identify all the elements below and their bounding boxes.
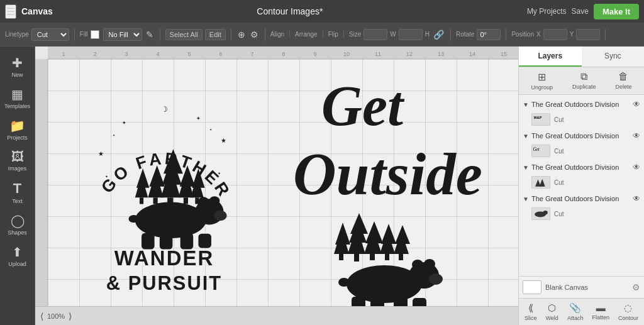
- duplicate-btn[interactable]: ⧉ Duplicate: [572, 71, 596, 91]
- svg-rect-49: [370, 254, 375, 260]
- tab-sync[interactable]: Sync: [582, 47, 645, 67]
- app-title: Canvas: [21, 6, 53, 16]
- contour-btn[interactable]: ◌ Contour: [618, 302, 638, 321]
- svg-rect-55: [399, 254, 403, 260]
- canvas-area[interactable]: 1 2 3 4 5 6 7 8 9 10 11 12 13 14 15 16: [35, 47, 518, 325]
- hamburger-menu[interactable]: ☰: [5, 4, 16, 19]
- design-right[interactable]: Get Outside: [280, 65, 501, 306]
- layer-group-name-2: The Great Outdoors Division: [531, 132, 630, 140]
- layer-group-2: ▼ The Great Outdoors Division 👁 Get Cut: [519, 129, 644, 159]
- sidebar-item-templates[interactable]: ▦ Templates: [2, 83, 33, 113]
- canvas-settings-icon[interactable]: ⚙: [632, 282, 640, 292]
- eye-icon-2[interactable]: 👁: [633, 131, 640, 140]
- lock-aspect-icon[interactable]: 🔗: [432, 28, 445, 41]
- layer-thumb-1: W&P: [531, 113, 550, 126]
- flatten-btn[interactable]: ▬ Flatten: [592, 302, 609, 321]
- svg-marker-51: [381, 224, 396, 244]
- sidebar-item-shapes[interactable]: ◯ Shapes: [2, 209, 33, 240]
- x-label: X: [536, 31, 541, 38]
- eye-icon-1[interactable]: 👁: [633, 100, 640, 109]
- select-all-button[interactable]: Select All: [165, 29, 203, 40]
- eye-icon-3[interactable]: 👁: [633, 163, 640, 172]
- shapes-icon: ◯: [11, 213, 25, 228]
- layer-item-3[interactable]: Cut: [519, 174, 644, 190]
- weld-btn[interactable]: ⬡ Weld: [546, 302, 558, 321]
- delete-icon: 🗑: [618, 71, 628, 82]
- sidebar-item-images[interactable]: 🖼 Images: [2, 146, 33, 175]
- layer-group-name-1: The Great Outdoors Division: [531, 101, 630, 108]
- zoom-in-btn[interactable]: ⟩: [69, 311, 72, 321]
- svg-rect-52: [385, 254, 389, 260]
- width-input[interactable]: [364, 29, 387, 40]
- main-area: ✚ New ▦ Templates 📁 Projects 🖼 Images T …: [0, 47, 644, 325]
- zoom-out-btn[interactable]: ⟨: [40, 311, 43, 321]
- position-group: Position X Y: [511, 29, 606, 40]
- svg-text:✦: ✦: [105, 174, 108, 179]
- layer-group-name-3: The Great Outdoors Division: [531, 163, 630, 171]
- x-input[interactable]: [543, 29, 567, 40]
- delete-btn[interactable]: 🗑 Delete: [615, 71, 631, 91]
- flatten-icon: ▬: [596, 302, 606, 313]
- layer-group-header-1[interactable]: ▼ The Great Outdoors Division 👁: [519, 97, 644, 111]
- linetype-select[interactable]: Cut: [31, 28, 69, 41]
- save-button[interactable]: Save: [572, 7, 589, 16]
- rotate-input[interactable]: [477, 29, 501, 40]
- canvas-color-swatch[interactable]: [523, 280, 541, 294]
- ungroup-icon: ⊞: [538, 71, 546, 83]
- align-label: Align: [270, 31, 284, 38]
- linetype-group: Linetype Cut: [5, 28, 75, 41]
- layer-group-header-4[interactable]: ▼ The Great Outdoors Division 👁: [519, 192, 644, 206]
- sidebar-item-new[interactable]: ✚ New: [2, 52, 33, 82]
- svg-rect-42: [339, 254, 343, 260]
- svg-rect-22: [184, 197, 188, 204]
- flip-group: Flip: [328, 31, 344, 38]
- make-it-button[interactable]: Make It: [594, 4, 639, 19]
- chevron-down-icon-3: ▼: [523, 164, 529, 171]
- h-label: H: [425, 31, 430, 38]
- svg-rect-12: [140, 197, 143, 204]
- slice-btn[interactable]: ⟪ Slice: [525, 302, 537, 321]
- sidebar-item-text[interactable]: T Text: [2, 177, 33, 208]
- eye-icon-4[interactable]: 👁: [633, 194, 640, 203]
- settings-icon-btn[interactable]: ⚙: [249, 28, 260, 41]
- sidebar-label-shapes: Shapes: [8, 229, 27, 236]
- svg-point-65: [338, 278, 350, 287]
- layer-group-header-3[interactable]: ▼ The Great Outdoors Division 👁: [519, 160, 644, 174]
- sidebar-item-upload[interactable]: ⬆ Upload: [2, 241, 33, 271]
- svg-text:★: ★: [98, 150, 104, 157]
- svg-rect-15: [153, 197, 158, 204]
- fill-select[interactable]: No Fill: [103, 28, 142, 41]
- layer-group-header-2[interactable]: ▼ The Great Outdoors Division 👁: [519, 129, 644, 143]
- size-group: Size W H 🔗: [349, 28, 451, 41]
- layer-group-3: ▼ The Great Outdoors Division 👁 Cut: [519, 160, 644, 190]
- design-left[interactable]: GO FARTHER ★ ✦ ☽ ✦ ★ ✦ ✦ ✦ ✦: [67, 72, 262, 306]
- ruler-top: 1 2 3 4 5 6 7 8 9 10 11 12 13 14 15 16: [48, 47, 518, 59]
- edit-button[interactable]: Edit: [205, 29, 226, 40]
- svg-point-71: [543, 211, 548, 214]
- svg-rect-61: [352, 297, 365, 306]
- svg-point-60: [424, 259, 435, 269]
- layer-item-2[interactable]: Get Cut: [519, 143, 644, 159]
- layer-group-1: ▼ The Great Outdoors Division 👁 W&P Cut: [519, 97, 644, 128]
- svg-marker-54: [395, 225, 410, 244]
- svg-text:Get: Get: [321, 75, 405, 137]
- height-input[interactable]: [399, 29, 423, 40]
- add-icon-btn[interactable]: ⊕: [236, 28, 247, 41]
- y-input[interactable]: [576, 29, 600, 40]
- ungroup-btn[interactable]: ⊞ Ungroup: [531, 71, 553, 91]
- sidebar-label-upload: Upload: [8, 261, 26, 267]
- w-label: W: [390, 31, 396, 38]
- attach-btn[interactable]: 📎 Attach: [567, 302, 584, 321]
- svg-marker-41: [335, 223, 350, 245]
- sidebar-item-projects[interactable]: 📁 Projects: [2, 114, 33, 145]
- fill-color-btn[interactable]: ✎: [145, 28, 155, 41]
- svg-text:WANDER: WANDER: [114, 246, 214, 270]
- svg-rect-63: [394, 297, 408, 306]
- svg-point-59: [412, 260, 423, 270]
- layer-item-4[interactable]: Cut: [519, 206, 644, 222]
- layer-item-1[interactable]: W&P Cut: [519, 111, 644, 128]
- canvas-grid[interactable]: GO FARTHER ★ ✦ ☽ ✦ ★ ✦ ✦ ✦ ✦: [48, 59, 518, 306]
- new-icon: ✚: [12, 55, 23, 70]
- tab-layers[interactable]: Layers: [519, 47, 582, 67]
- my-projects-button[interactable]: My Projects: [527, 7, 567, 16]
